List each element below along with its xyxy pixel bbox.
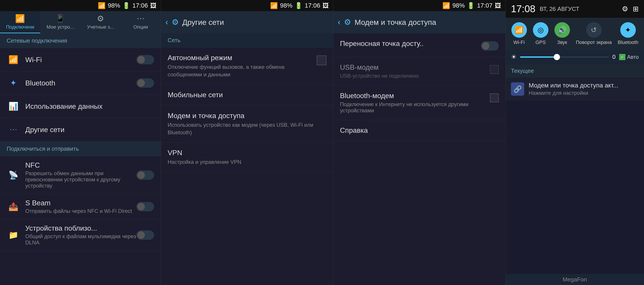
qt-bluetooth[interactable]: ✦ Bluetooth bbox=[618, 22, 638, 45]
bluetooth-text: Bluetooth bbox=[25, 79, 136, 87]
wifi-text: Wi-Fi bbox=[25, 56, 136, 64]
data-text: Использование данных bbox=[25, 102, 154, 111]
panel-modem-hotspot: 📶 98% 🔋 17:07 🖼 ‹ ⚙ Модем и точка доступ… bbox=[333, 0, 506, 285]
qt-wifi[interactable]: 📶 Wi-Fi bbox=[512, 22, 527, 45]
panel3-item-help[interactable]: Справка bbox=[333, 120, 506, 141]
brightness-auto[interactable]: ✓ Авто bbox=[619, 54, 639, 60]
other-title: Другие сети bbox=[25, 126, 154, 134]
grid-icon-4[interactable]: ⊞ bbox=[633, 5, 639, 13]
auto-checkbox[interactable]: ✓ bbox=[619, 54, 625, 60]
modem-title-p2: Модем и точка доступа bbox=[168, 112, 326, 120]
wifi-title: Wi-Fi bbox=[25, 56, 136, 64]
nfc-toggle[interactable] bbox=[136, 170, 154, 180]
settings-item-data[interactable]: 📊 Использование данных bbox=[0, 95, 161, 118]
section-header-connect: Подключиться и отправить bbox=[0, 141, 161, 156]
back-button-2[interactable]: ‹ bbox=[166, 18, 168, 27]
qt-rotate[interactable]: ↺ Поворот экрана bbox=[576, 22, 612, 45]
panel2-item-vpn[interactable]: VPN Настройка и управление VPN bbox=[161, 143, 333, 172]
hotspot-toggle[interactable] bbox=[481, 41, 499, 51]
help-title: Справка bbox=[340, 126, 368, 134]
btmodem-checkbox[interactable] bbox=[490, 93, 499, 102]
panel2-item-autonomous[interactable]: Автономный режим Отключение функций вызо… bbox=[161, 48, 333, 85]
panel3-header: ‹ ⚙ Модем и точка доступа bbox=[333, 11, 506, 33]
qt-sound[interactable]: 🔊 Звук bbox=[554, 22, 570, 45]
panel3-item-usb[interactable]: USB-модем USB-устройство не подключено bbox=[333, 57, 506, 86]
tab-connections-label: Подключени bbox=[6, 24, 34, 30]
mydevice-icon: 📱 bbox=[55, 14, 65, 23]
settings-item-sbeam[interactable]: 📤 S Beam Отправить файлы через NFC и Wi-… bbox=[0, 194, 161, 219]
tab-options-label: Опции bbox=[133, 24, 148, 30]
tab-mydevice[interactable]: 📱 Мое устро... bbox=[40, 11, 80, 33]
brightness-knob[interactable] bbox=[554, 54, 560, 60]
status-icons-4: ⚙ ⊞ bbox=[622, 5, 639, 13]
wifi-toggle[interactable] bbox=[136, 55, 154, 64]
panel-notification-shade: 17:08 ВТ, 26 АВГУСТ ⚙ ⊞ 📶 Wi-Fi ◎ GPS 🔊 … bbox=[506, 0, 644, 285]
brightness-fill bbox=[520, 56, 556, 58]
panel-other-networks: 📶 98% 🔋 17:06 🖼 ‹ ⚙ Другие сети Сеть Авт… bbox=[161, 0, 333, 285]
usb-checkbox[interactable] bbox=[490, 65, 499, 74]
tab-mydevice-label: Мое устро... bbox=[46, 24, 74, 30]
battery-percent-3: 98% bbox=[452, 2, 465, 9]
options-icon: ⋯ bbox=[136, 14, 144, 23]
tab-bar: 📶 Подключени 📱 Мое устро... ⚙ Учетные з.… bbox=[0, 11, 161, 33]
sbeam-toggle[interactable] bbox=[136, 202, 154, 211]
brightness-bar: ☀ 0 ✓ Авто bbox=[506, 50, 644, 64]
status-bar-3: 📶 98% 🔋 17:07 🖼 bbox=[333, 0, 506, 11]
image-icon-3: 🖼 bbox=[495, 2, 501, 9]
tab-connections[interactable]: 📶 Подключени bbox=[0, 11, 40, 33]
section-header-network: Сетевые подключения bbox=[0, 33, 161, 48]
panel-settings-main: 📶 98% 🔋 17:06 🖼 📶 Подключени 📱 Мое устро… bbox=[0, 0, 161, 285]
notification-item-modem[interactable]: 🔗 Модем или точка доступа акт... Нажмите… bbox=[506, 78, 644, 101]
mobile-title: Мобильные сети bbox=[168, 91, 326, 99]
settings-item-nfc[interactable]: 📡 NFC Разрешить обмен данными при прикос… bbox=[0, 156, 161, 194]
status-bar-1: 📶 98% 🔋 17:06 🖼 bbox=[0, 0, 161, 11]
nearby-toggle[interactable] bbox=[136, 230, 154, 240]
qt-wifi-label: Wi-Fi bbox=[514, 40, 525, 45]
qt-sound-label: Звук bbox=[557, 40, 567, 45]
signal-icon-3: 📶 bbox=[442, 2, 450, 9]
panel2-title: Другие сети bbox=[182, 18, 224, 27]
settings-item-other[interactable]: ⋯ Другие сети bbox=[0, 118, 161, 141]
btmodem-text: Bluetooth-модем Подключение к Интернету … bbox=[340, 92, 486, 114]
vpn-subtitle: Настройка и управление VPN bbox=[168, 158, 326, 166]
battery-percent-1: 98% bbox=[108, 2, 120, 9]
tab-accounts[interactable]: ⚙ Учетные з... bbox=[80, 11, 121, 33]
qt-gps[interactable]: ◎ GPS bbox=[533, 22, 548, 45]
nearby-toggle-knob bbox=[137, 231, 145, 239]
signal-icon-2: 📶 bbox=[270, 2, 278, 9]
nearby-text: Устройства поблизо... Общий доступ к фай… bbox=[25, 224, 136, 246]
settings-icon-4[interactable]: ⚙ bbox=[622, 5, 628, 13]
settings-item-nearby[interactable]: 📁 Устройства поблизо... Общий доступ к ф… bbox=[0, 219, 161, 251]
sbeam-icon: 📤 bbox=[7, 200, 20, 213]
sbeam-text: S Beam Отправить файлы через NFC и Wi-Fi… bbox=[25, 199, 136, 214]
battery-icon-1: 🔋 bbox=[122, 2, 130, 9]
tab-options[interactable]: ⋯ Опции bbox=[121, 11, 161, 33]
nfc-text: NFC Разрешить обмен данными при прикосно… bbox=[25, 161, 136, 189]
panel2-item-mobile[interactable]: Мобильные сети bbox=[161, 85, 333, 105]
settings-item-wifi[interactable]: 📶 Wi-Fi bbox=[0, 48, 161, 72]
panel2-header: ‹ ⚙ Другие сети bbox=[161, 11, 333, 33]
panel3-item-hotspot[interactable]: Переносная точка досту.. bbox=[333, 33, 506, 57]
usb-title: USB-модем bbox=[340, 63, 486, 72]
autonomous-checkbox[interactable] bbox=[317, 56, 326, 65]
nfc-subtitle: Разрешить обмен данными при прикосновени… bbox=[25, 170, 136, 189]
sbeam-toggle-knob bbox=[137, 203, 145, 210]
btmodem-title: Bluetooth-модем bbox=[340, 92, 486, 100]
qt-rotate-label: Поворот экрана bbox=[576, 40, 612, 45]
back-button-3[interactable]: ‹ bbox=[338, 18, 340, 27]
quick-toggles: 📶 Wi-Fi ◎ GPS 🔊 Звук ↺ Поворот экрана ✦ … bbox=[506, 18, 644, 50]
image-icon-1: 🖼 bbox=[150, 2, 156, 9]
bluetooth-toggle[interactable] bbox=[136, 78, 154, 88]
settings-item-bluetooth[interactable]: ✦ Bluetooth bbox=[0, 72, 161, 95]
qt-sound-icon: 🔊 bbox=[554, 22, 570, 38]
notif-modem-text: Модем или точка доступа акт... Нажмите д… bbox=[529, 82, 639, 96]
nearby-title: Устройства поблизо... bbox=[25, 224, 136, 232]
brightness-slider[interactable] bbox=[520, 56, 609, 58]
hotspot-toggle-knob bbox=[482, 42, 490, 50]
panel2-item-modem[interactable]: Модем и точка доступа Использовать устро… bbox=[161, 105, 333, 143]
date-4: ВТ, 26 АВГУСТ bbox=[540, 6, 618, 13]
panel3-item-btmodem[interactable]: Bluetooth-модем Подключение к Интернету … bbox=[333, 86, 506, 120]
data-title: Использование данных bbox=[25, 102, 154, 111]
bluetooth-icon: ✦ bbox=[7, 76, 20, 90]
connections-icon: 📶 bbox=[15, 14, 25, 23]
